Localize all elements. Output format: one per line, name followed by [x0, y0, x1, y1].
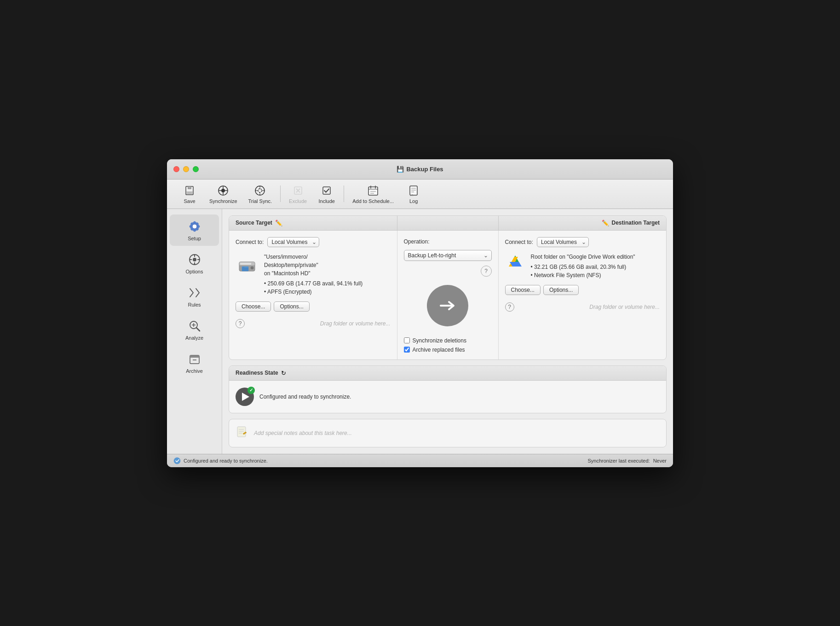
last-executed-label: Synchronizer last executed: — [587, 458, 650, 464]
synchronize-label: Synchronize — [209, 198, 237, 204]
exclude-button[interactable]: Exclude — [284, 182, 311, 206]
source-choose-button[interactable]: Choose... — [236, 301, 271, 312]
source-help-button[interactable]: ? — [236, 319, 245, 328]
sidebar-item-analyze[interactable]: Analyze — [170, 314, 219, 345]
svg-rect-13 — [368, 187, 378, 195]
log-button[interactable]: ln Log — [400, 182, 427, 206]
options-label: Options — [186, 269, 203, 274]
notes-panel: Add special notes about this task here..… — [229, 419, 667, 447]
include-label: Include — [318, 198, 334, 204]
sync-deletions-checkbox[interactable] — [404, 337, 410, 343]
source-path: "Users/immovero/Desktop/temp/private"on … — [264, 253, 362, 278]
trial-sync-label: Trial Sync. — [248, 198, 272, 204]
analyze-icon — [187, 319, 202, 333]
status-left: Configured and ready to synchronize. — [173, 457, 268, 464]
archive-replaced-checkbox[interactable] — [404, 347, 410, 353]
trial-sync-button[interactable]: Trial Sync. — [244, 182, 277, 206]
dest-header: ✏️ Destination Target — [499, 216, 667, 231]
last-executed-value: Never — [653, 458, 667, 464]
operation-panel: Operation: Backup Left-to-right ? — [397, 231, 499, 359]
rules-icon — [187, 285, 202, 300]
synchronize-button[interactable]: Synchronize — [205, 182, 242, 206]
notes-icon — [236, 425, 248, 441]
sync-deletions-label: Synchronize deletions — [413, 337, 466, 344]
include-icon — [320, 184, 333, 197]
svg-point-47 — [174, 458, 180, 464]
sidebar-item-setup[interactable]: Setup — [170, 214, 219, 246]
svg-rect-43 — [237, 427, 246, 437]
exclude-icon — [292, 184, 305, 197]
close-button[interactable] — [173, 166, 179, 172]
window-title: 💾 Backup Files — [397, 166, 443, 173]
statusbar: Configured and ready to synchronize. Syn… — [167, 454, 673, 467]
svg-point-37 — [251, 267, 253, 269]
add-to-schedule-button[interactable]: Add to Schedule... — [348, 182, 398, 206]
sidebar: Setup Options — [167, 209, 222, 454]
refresh-icon[interactable]: ↻ — [281, 370, 286, 377]
setup-icon — [187, 219, 202, 234]
svg-line-28 — [196, 328, 200, 331]
source-title: Source Target — [236, 220, 272, 226]
source-hdd-icon — [236, 253, 259, 276]
save-icon — [183, 184, 196, 197]
dest-choose-button[interactable]: Choose... — [505, 285, 541, 295]
source-format: • APFS (Encrypted) — [264, 288, 362, 296]
sync-deletions-row[interactable]: Synchronize deletions — [404, 337, 466, 344]
sidebar-item-options[interactable]: Options — [170, 248, 219, 279]
archive-replaced-row[interactable]: Archive replaced files — [404, 347, 466, 353]
source-options-button[interactable]: Options... — [274, 301, 309, 312]
setup-label: Setup — [188, 236, 201, 241]
dest-edit-icon[interactable]: ✏️ — [602, 220, 609, 226]
status-icon — [173, 457, 181, 464]
main-content: Source Target ✏️ ✏️ Destination Target — [222, 209, 673, 454]
dest-network-label: • Network File System (NFS) — [531, 271, 635, 279]
dest-body: Connect to: Local Volumes — [499, 231, 667, 359]
source-disk-size: • 250.69 GB (14.77 GB avail, 94.1% full) — [264, 279, 362, 288]
traffic-lights[interactable] — [173, 166, 199, 172]
dest-connect-select[interactable]: Local Volumes — [537, 237, 589, 247]
svg-rect-32 — [190, 355, 199, 358]
operation-select-wrap: Backup Left-to-right — [404, 250, 492, 261]
toolbar: Save Synchronize — [167, 180, 673, 209]
gdrive-icon — [505, 253, 525, 273]
status-text: Configured and ready to synchronize. — [184, 458, 268, 464]
dest-info-text: Root folder on "Google Drive Work editio… — [531, 253, 635, 279]
dest-help-button[interactable]: ? — [505, 302, 514, 312]
readiness-title: Readiness State — [236, 370, 278, 376]
source-header: Source Target ✏️ — [229, 216, 397, 231]
dest-title: Destination Target — [612, 220, 660, 226]
svg-point-6 — [221, 189, 225, 192]
dest-disk-size: • 32.21 GB (25.66 GB avail, 20.3% full) — [531, 263, 635, 271]
schedule-icon — [367, 184, 380, 197]
source-connect-select[interactable]: Local Volumes — [267, 237, 319, 247]
source-drag-hint: Drag folder or volume here... — [320, 320, 391, 327]
archive-icon — [187, 352, 202, 366]
maximize-button[interactable] — [193, 166, 199, 172]
readiness-play-icon: ✓ — [236, 388, 254, 406]
svg-text:ln: ln — [409, 193, 413, 197]
operation-select[interactable]: Backup Left-to-right — [404, 250, 492, 261]
readiness-header: Readiness State ↻ — [229, 366, 666, 381]
svg-point-26 — [193, 258, 196, 261]
main-layout: Setup Options — [167, 209, 673, 454]
sidebar-item-archive[interactable]: Archive — [170, 347, 219, 378]
svg-rect-36 — [240, 263, 251, 265]
save-button[interactable]: Save — [176, 182, 203, 206]
targets-panel: Source Target ✏️ ✏️ Destination Target — [229, 215, 667, 360]
notes-placeholder[interactable]: Add special notes about this task here..… — [254, 430, 352, 436]
operation-help-button[interactable]: ? — [481, 266, 492, 277]
notes-content: Add special notes about this task here..… — [229, 419, 666, 447]
sidebar-item-rules[interactable]: Rules — [170, 281, 219, 312]
source-info-text: "Users/immovero/Desktop/temp/private"on … — [264, 253, 362, 296]
dest-options-button[interactable]: Options... — [543, 285, 579, 295]
dest-folder-label: Root folder on "Google Drive Work editio… — [531, 253, 635, 261]
schedule-label: Add to Schedule... — [352, 198, 394, 204]
minimize-button[interactable] — [183, 166, 189, 172]
svg-rect-2 — [186, 191, 193, 194]
include-button[interactable]: Include — [313, 182, 340, 206]
targets-body: Connect to: Local Volumes — [229, 231, 666, 359]
source-edit-icon[interactable]: ✏️ — [275, 220, 282, 226]
dest-connect-label: Connect to: — [505, 239, 533, 245]
save-label: Save — [184, 198, 195, 204]
green-check-icon: ✓ — [247, 387, 255, 394]
